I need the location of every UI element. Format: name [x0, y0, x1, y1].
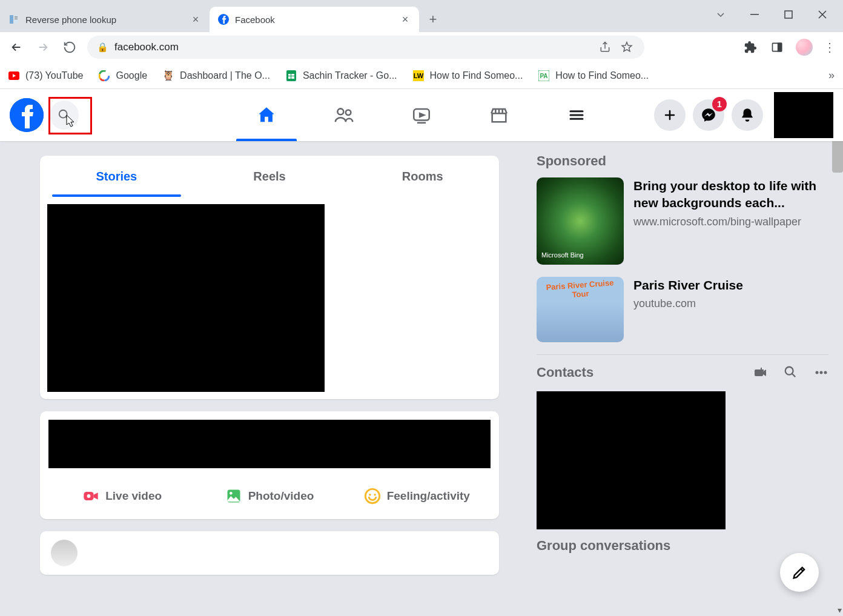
- svg-text:LW: LW: [413, 72, 423, 79]
- close-icon[interactable]: ×: [190, 14, 201, 25]
- svg-text:PA: PA: [540, 73, 548, 79]
- bookmark-youtube[interactable]: (73) YouTube: [8, 70, 83, 81]
- composer-feeling[interactable]: Feeling/activity: [343, 482, 491, 511]
- tab-search-icon[interactable]: [712, 6, 729, 23]
- tab-reels[interactable]: Reels: [193, 156, 346, 197]
- close-icon[interactable]: ×: [400, 14, 411, 25]
- svg-point-40: [820, 371, 823, 374]
- bookmarks-overflow-icon[interactable]: »: [828, 69, 835, 82]
- sponsored-title: Paris River Cruise: [633, 277, 828, 294]
- google-icon: [99, 70, 110, 81]
- svg-point-34: [374, 494, 376, 496]
- nav-home[interactable]: [230, 89, 303, 141]
- minimize-icon[interactable]: [746, 6, 763, 23]
- messenger-badge: 1: [712, 97, 727, 111]
- tab-reverse-lookup[interactable]: Reverse phone lookup ×: [0, 7, 210, 32]
- nav-marketplace[interactable]: [463, 89, 535, 141]
- sponsored-title: Bring your desktop to life with new back…: [633, 177, 828, 212]
- back-button[interactable]: [7, 38, 25, 56]
- owl-icon: 🦉: [163, 70, 174, 81]
- cruise-overlay: Paris River Cruise Tour: [540, 277, 621, 301]
- pa-icon: PA: [538, 70, 549, 81]
- svg-rect-7: [785, 11, 792, 18]
- chrome-menu-icon[interactable]: ⋮: [824, 40, 836, 55]
- composer-live-video[interactable]: Live video: [48, 482, 196, 511]
- maximize-icon[interactable]: [780, 6, 797, 23]
- lw-icon: LW: [413, 70, 424, 81]
- post-card-partial: [40, 531, 499, 575]
- omnibox[interactable]: 🔒 facebook.com: [87, 36, 644, 59]
- svg-rect-18: [291, 74, 291, 79]
- svg-rect-4: [15, 19, 18, 19]
- notifications-button[interactable]: [732, 99, 763, 131]
- svg-point-25: [337, 108, 343, 114]
- bookmark-tracker[interactable]: Sachin Tracker - Go...: [286, 70, 397, 81]
- bookmark-dashboard[interactable]: 🦉Dashboard | The O...: [163, 70, 270, 81]
- share-icon[interactable]: [597, 39, 613, 55]
- window-controls: [712, 0, 843, 23]
- sponsored-domain: www.microsoft.com/bing-wallpaper: [633, 214, 828, 230]
- svg-rect-2: [15, 16, 18, 17]
- feed-column: Stories Reels Rooms Live video Photo/vid…: [0, 141, 521, 616]
- new-room-icon[interactable]: [753, 365, 768, 380]
- facebook-center-nav: [230, 89, 613, 141]
- search-contacts-icon[interactable]: [784, 365, 798, 380]
- create-button[interactable]: [654, 99, 686, 131]
- contacts-options-icon[interactable]: [814, 365, 828, 380]
- photo-video-icon: [225, 488, 242, 505]
- contacts-redacted: [537, 391, 726, 529]
- composer-photo-video[interactable]: Photo/video: [196, 482, 343, 511]
- contacts-heading: Contacts: [537, 365, 593, 380]
- live-video-icon: [82, 488, 99, 505]
- bookmark-howto2[interactable]: PAHow to Find Someo...: [538, 70, 649, 81]
- tab-title: Facebook: [235, 15, 394, 25]
- tab-facebook[interactable]: Facebook ×: [210, 7, 419, 32]
- lock-icon: 🔒: [97, 42, 108, 53]
- bookmark-howto1[interactable]: LWHow to Find Someo...: [413, 70, 523, 81]
- sheets-icon: [286, 70, 297, 81]
- star-icon[interactable]: [619, 39, 635, 55]
- facebook-content: Stories Reels Rooms Live video Photo/vid…: [0, 141, 843, 616]
- new-tab-button[interactable]: +: [424, 10, 442, 28]
- url-text: facebook.com: [114, 41, 179, 53]
- avatar[interactable]: [51, 540, 78, 566]
- group-conversations-heading: Group conversations: [537, 538, 828, 554]
- contacts-header: Contacts: [537, 365, 828, 380]
- chrome-profile-avatar[interactable]: [796, 39, 813, 56]
- scroll-down-icon[interactable]: ▾: [838, 605, 842, 615]
- extensions-icon[interactable]: [742, 39, 758, 55]
- profile-redacted[interactable]: [774, 92, 833, 138]
- sponsored-image: Paris River Cruise Tour: [537, 277, 624, 342]
- sponsored-item-2[interactable]: Paris River Cruise Tour Paris River Crui…: [537, 277, 828, 342]
- bookmark-google[interactable]: Google: [99, 70, 147, 81]
- nav-menu[interactable]: [540, 89, 613, 141]
- sponsored-item-1[interactable]: Microsoft Bing Bring your desktop to lif…: [537, 177, 828, 265]
- svg-point-39: [816, 371, 819, 374]
- facebook-logo-icon[interactable]: [10, 98, 44, 132]
- address-bar-row: 🔒 facebook.com ⋮: [0, 32, 843, 62]
- right-column: Sponsored Microsoft Bing Bring your desk…: [521, 141, 843, 616]
- tab-stories[interactable]: Stories: [40, 156, 193, 197]
- svg-rect-3: [15, 18, 18, 18]
- facebook-header: 1: [0, 89, 843, 141]
- youtube-icon: [8, 70, 19, 81]
- tab-rooms[interactable]: Rooms: [346, 156, 499, 197]
- svg-point-38: [785, 367, 793, 375]
- tab-title: Reverse phone lookup: [25, 15, 184, 25]
- svg-point-26: [346, 110, 351, 116]
- messenger-button[interactable]: 1: [693, 99, 724, 131]
- nav-friends[interactable]: [308, 89, 380, 141]
- reload-button[interactable]: [61, 38, 79, 56]
- feeling-icon: [364, 488, 381, 505]
- forward-button[interactable]: [34, 38, 52, 56]
- facebook-right-controls: 1: [654, 92, 833, 138]
- sidepanel-icon[interactable]: [769, 39, 785, 55]
- stories-card: Stories Reels Rooms: [40, 156, 499, 399]
- svg-rect-9: [778, 43, 782, 51]
- new-message-button[interactable]: [780, 553, 819, 592]
- composer-redacted[interactable]: [48, 420, 491, 468]
- facebook-favicon-icon: [218, 14, 229, 25]
- window-close-icon[interactable]: [814, 6, 831, 23]
- nav-watch[interactable]: [385, 89, 458, 141]
- sponsored-heading: Sponsored: [537, 153, 828, 169]
